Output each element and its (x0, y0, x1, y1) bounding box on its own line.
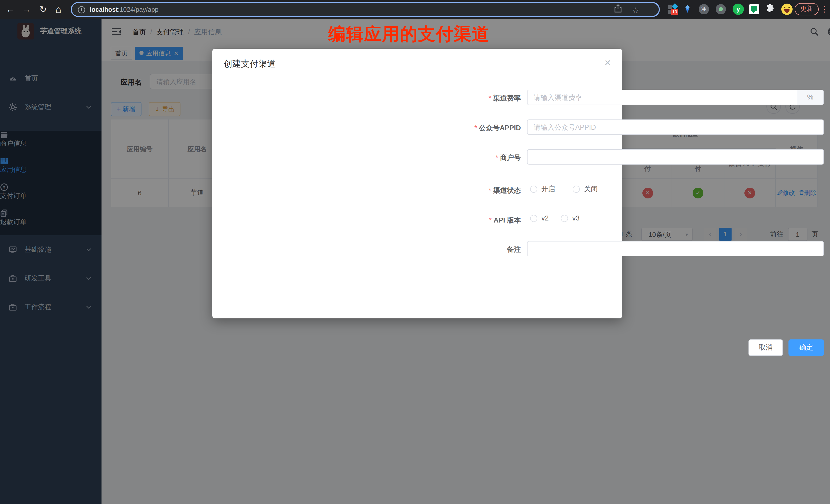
merchant-label: 商户号 (436, 153, 521, 162)
extension-recorder-icon[interactable] (716, 4, 726, 14)
browser-reload-icon[interactable]: ↻ (37, 0, 49, 19)
extension-tabs-icon[interactable]: 10 (668, 4, 678, 14)
bookmark-star-icon[interactable]: ☆ (632, 4, 639, 17)
browser-back-icon[interactable]: ← (4, 0, 17, 19)
api-radio-group: v2 v3 (530, 214, 580, 222)
percent-suffix: % (797, 90, 823, 104)
address-bar[interactable]: localhost:1024/pay/app ☆ (71, 2, 660, 17)
url-path: :1024/pay/app (118, 6, 159, 13)
extension-badge: 10 (671, 9, 678, 15)
status-label: 渠道状态 (436, 186, 521, 195)
radio-icon (573, 186, 580, 193)
radio-icon (530, 186, 537, 193)
browser-toolbar: ← → ↻ ⌂ localhost:1024/pay/app ☆ 10 ⌘ y (0, 0, 830, 19)
confirm-button[interactable]: 确定 (789, 339, 824, 356)
browser-home-icon[interactable]: ⌂ (52, 0, 65, 19)
rate-input-group: % (527, 90, 824, 105)
radio-status-off[interactable]: 关闭 (573, 185, 598, 194)
remark-label: 备注 (436, 245, 521, 254)
merchant-input[interactable] (527, 149, 824, 165)
extension-y-icon[interactable]: y (733, 4, 744, 15)
share-icon[interactable] (614, 4, 622, 17)
radio-icon (561, 215, 568, 222)
extension-balloon-icon[interactable] (682, 4, 693, 14)
create-pay-channel-dialog: 创建支付渠道 ✕ 渠道费率 % 公众号APPID 商户号 渠道状态 开启 关闭 … (212, 49, 622, 318)
browser-update-button[interactable]: 更新 (795, 3, 819, 15)
url-host: localhost (90, 6, 118, 13)
site-info-icon[interactable] (77, 5, 86, 13)
dialog-close-icon[interactable]: ✕ (604, 58, 611, 68)
extensions-puzzle-icon[interactable] (765, 4, 775, 14)
browser-forward-icon[interactable]: → (21, 0, 33, 19)
radio-api-v3[interactable]: v3 (561, 214, 580, 222)
rate-label: 渠道费率 (436, 94, 521, 103)
radio-label: v3 (572, 214, 580, 222)
remark-input[interactable] (527, 241, 824, 256)
api-version-label: API 版本 (436, 216, 521, 225)
browser-menu-icon[interactable]: ⋮ (821, 3, 828, 16)
extension-chat-icon[interactable] (749, 4, 759, 14)
annotation-title: 编辑应用的支付渠道 (328, 23, 523, 46)
radio-api-v2[interactable]: v2 (530, 214, 549, 222)
screen: ← → ↻ ⌂ localhost:1024/pay/app ☆ 10 ⌘ y (0, 0, 830, 504)
status-radio-group: 开启 关闭 (530, 185, 598, 194)
radio-icon (530, 215, 537, 222)
extension-command-icon[interactable]: ⌘ (699, 4, 709, 14)
radio-label: v2 (541, 214, 549, 222)
url-text[interactable]: localhost:1024/pay/app (90, 6, 158, 13)
dialog-title: 创建支付渠道 (224, 58, 276, 70)
radio-status-on[interactable]: 开启 (530, 185, 555, 194)
rate-input[interactable] (528, 90, 797, 104)
appid-input[interactable] (527, 120, 824, 135)
radio-label: 开启 (541, 185, 555, 194)
profile-avatar-emoji[interactable] (781, 4, 793, 15)
cancel-button[interactable]: 取消 (748, 339, 783, 356)
radio-label: 关闭 (584, 185, 598, 194)
appid-label: 公众号APPID (436, 124, 521, 133)
